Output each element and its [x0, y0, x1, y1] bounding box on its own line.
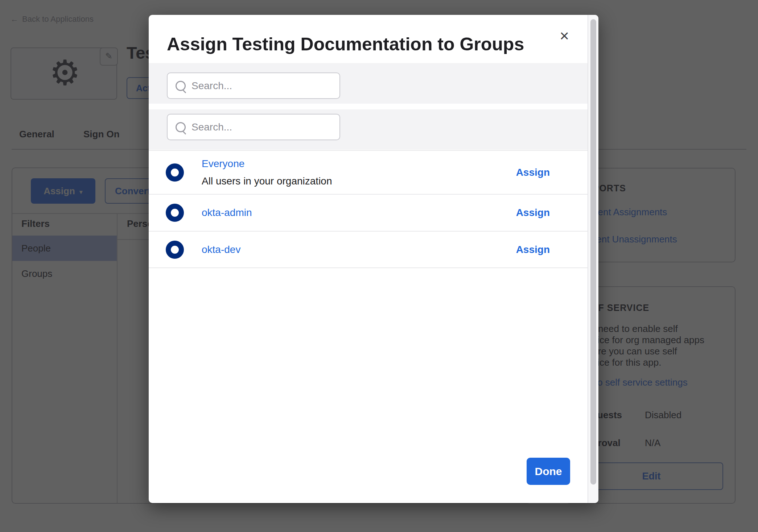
assign-link[interactable]: Assign [516, 167, 550, 178]
close-icon[interactable]: × [554, 26, 574, 46]
search-input-1[interactable] [191, 80, 330, 92]
group-row-okta-dev: okta-dev Assign [149, 231, 588, 268]
search-band-1 [149, 63, 588, 104]
group-name-link[interactable]: Everyone [202, 158, 516, 170]
modal-scrollbar-thumb[interactable] [590, 19, 596, 485]
group-search-box-2 [167, 114, 340, 140]
done-button[interactable]: Done [527, 458, 570, 485]
assign-to-groups-modal: Assign Testing Documentation to Groups ×… [149, 15, 598, 503]
search-input-2[interactable] [191, 121, 330, 133]
group-name-link[interactable]: okta-dev [202, 244, 516, 255]
okta-admin-screen: ←Back to Applications ⚙ ✎ Testing Docume… [0, 0, 758, 532]
group-name-link[interactable]: okta-admin [202, 207, 516, 219]
modal-scrollbar-track[interactable] [588, 15, 598, 503]
search-icon [176, 81, 186, 91]
assign-link[interactable]: Assign [516, 244, 550, 255]
modal-title: Assign Testing Documentation to Groups [167, 34, 524, 55]
okta-group-icon [166, 163, 184, 182]
search-icon [176, 122, 186, 132]
group-row-okta-admin: okta-admin Assign [149, 194, 588, 231]
okta-group-icon [166, 241, 184, 259]
assign-link[interactable]: Assign [516, 207, 550, 219]
group-row-everyone: Everyone All users in your organization … [149, 150, 588, 194]
group-search-box-1 [167, 72, 340, 99]
okta-group-icon [166, 204, 184, 222]
group-description: All users in your organization [202, 175, 516, 187]
search-band-2 [149, 109, 588, 150]
